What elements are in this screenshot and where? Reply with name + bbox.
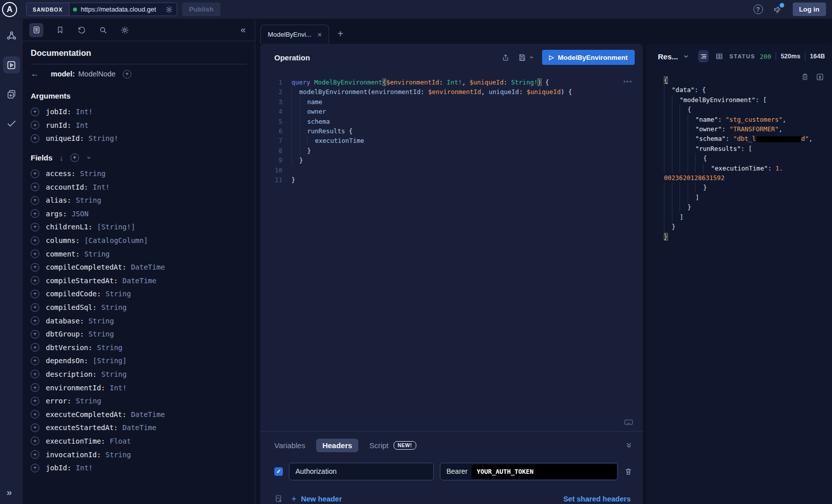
endpoint-url-input[interactable]: https://metadata.cloud.get: [69, 3, 177, 16]
argument-row[interactable]: +runId:Int: [31, 119, 247, 132]
add-to-query-icon[interactable]: +: [31, 450, 39, 459]
editor-menu-icon[interactable]: •••: [623, 78, 633, 85]
bookmarks-icon[interactable]: [56, 26, 64, 34]
add-to-query-icon[interactable]: +: [31, 437, 39, 445]
add-to-query-icon[interactable]: +: [31, 249, 39, 258]
add-all-fields-icon[interactable]: +: [70, 153, 79, 162]
field-row[interactable]: +executionTime:Float: [31, 435, 247, 448]
close-tab-icon[interactable]: ×: [318, 30, 322, 39]
add-to-query-icon[interactable]: +: [31, 370, 39, 378]
field-row[interactable]: +invocationId:String: [31, 448, 247, 461]
field-row[interactable]: +environmentId:Int!: [31, 381, 247, 394]
back-arrow-icon[interactable]: ←: [31, 69, 51, 79]
field-row[interactable]: +comment:String: [31, 247, 247, 261]
help-icon[interactable]: ?: [753, 5, 763, 14]
fields-options-chevron-icon[interactable]: [86, 155, 92, 160]
operations-nav-icon[interactable]: [3, 86, 20, 103]
add-to-query-icon[interactable]: +: [31, 183, 39, 191]
field-row[interactable]: +description:String: [31, 368, 247, 381]
response-dropdown-chevron-icon[interactable]: [683, 53, 689, 59]
set-shared-headers-link[interactable]: Set shared headers: [563, 495, 631, 503]
field-row[interactable]: +error:String: [31, 394, 247, 408]
breadcrumb-type[interactable]: ModelNode: [79, 70, 116, 78]
checks-nav-icon[interactable]: [3, 115, 20, 132]
add-to-query-icon[interactable]: +: [31, 276, 39, 285]
table-view-icon[interactable]: [714, 50, 724, 62]
add-to-query-icon[interactable]: +: [31, 330, 39, 339]
expand-sidebar-icon[interactable]: »: [7, 487, 12, 498]
argument-row[interactable]: +uniqueId:String!: [31, 132, 247, 145]
delete-header-icon[interactable]: [624, 467, 633, 476]
field-row[interactable]: +access:String: [31, 167, 247, 181]
add-to-query-icon[interactable]: +: [31, 343, 39, 352]
field-row[interactable]: +compileStartedAt:DateTime: [31, 274, 247, 288]
operation-tab[interactable]: ModelByEnvi... ×: [260, 25, 329, 44]
add-to-query-icon[interactable]: +: [31, 108, 39, 116]
share-operation-icon[interactable]: [501, 53, 510, 62]
add-to-query-icon[interactable]: +: [31, 236, 39, 245]
add-to-query-icon[interactable]: +: [31, 397, 39, 405]
add-to-query-icon[interactable]: +: [31, 263, 39, 272]
field-row[interactable]: +childrenL1:[String!]: [31, 220, 247, 234]
header-value-input[interactable]: Bearer YOUR_AUTH_TOKEN: [440, 463, 618, 480]
documentation-tab-icon[interactable]: [29, 23, 43, 37]
add-to-query-icon[interactable]: +: [31, 290, 39, 298]
field-row[interactable]: +executeStartedAt:DateTime: [31, 421, 247, 435]
field-row[interactable]: +args:JSON: [31, 207, 247, 221]
add-to-query-icon[interactable]: +: [31, 170, 39, 178]
save-operation-icon[interactable]: [518, 53, 526, 62]
field-row[interactable]: +database:String: [31, 314, 247, 327]
header-enabled-checkbox[interactable]: ✓: [274, 467, 283, 476]
add-to-query-icon[interactable]: +: [31, 121, 39, 129]
publish-button[interactable]: Publish: [182, 3, 221, 16]
add-model-to-query-icon[interactable]: +: [123, 70, 131, 78]
query-editor[interactable]: ••• 1query ModelByEnvironment($environme…: [260, 71, 643, 431]
add-to-query-icon[interactable]: +: [31, 357, 39, 365]
sort-fields-icon[interactable]: ↓: [59, 153, 63, 162]
argument-row[interactable]: +jobId:Int!: [31, 105, 247, 119]
history-icon[interactable]: [77, 26, 86, 35]
header-name-input[interactable]: Authorization: [289, 463, 434, 480]
auth-token-value[interactable]: YOUR_AUTH_TOKEN: [472, 464, 617, 479]
add-to-query-icon[interactable]: +: [31, 316, 39, 325]
download-response-icon[interactable]: [816, 73, 824, 81]
apollo-logo[interactable]: A: [2, 2, 17, 17]
schema-graph-nav-icon[interactable]: [3, 27, 20, 44]
edit-headers-json-icon[interactable]: [274, 494, 283, 503]
save-dropdown-chevron-icon[interactable]: [529, 55, 534, 60]
tab-variables[interactable]: Variables: [274, 441, 305, 450]
add-to-query-icon[interactable]: +: [31, 209, 39, 218]
login-button[interactable]: Log in: [793, 3, 826, 16]
announcements-icon[interactable]: [773, 5, 783, 14]
field-row[interactable]: +dbtVersion:String: [31, 341, 247, 355]
tab-headers[interactable]: Headers: [316, 439, 358, 452]
add-to-query-icon[interactable]: +: [31, 196, 39, 205]
new-tab-button[interactable]: +: [337, 28, 343, 40]
add-to-query-icon[interactable]: +: [31, 383, 39, 392]
field-row[interactable]: +columns:[CatalogColumn]: [31, 234, 247, 247]
add-to-query-icon[interactable]: +: [31, 424, 39, 432]
search-icon[interactable]: [99, 26, 108, 35]
explorer-nav-icon[interactable]: [3, 56, 20, 73]
field-row[interactable]: +alias:String: [31, 194, 247, 207]
field-row[interactable]: +compiledSql:String: [31, 301, 247, 314]
add-to-query-icon[interactable]: +: [31, 223, 39, 231]
field-row[interactable]: +dbtGroup:String: [31, 327, 247, 341]
collapse-panel-icon[interactable]: [625, 442, 633, 449]
add-to-query-icon[interactable]: +: [31, 134, 39, 143]
add-to-query-icon[interactable]: +: [31, 410, 39, 418]
field-row[interactable]: +jobId:Int!: [31, 461, 247, 475]
explorer-settings-gear-icon[interactable]: [120, 26, 129, 35]
raw-view-icon[interactable]: [698, 50, 709, 62]
copy-response-icon[interactable]: [801, 73, 809, 81]
tab-script[interactable]: Script: [369, 441, 389, 450]
add-to-query-icon[interactable]: +: [31, 303, 39, 312]
field-row[interactable]: +executeCompletedAt:DateTime: [31, 407, 247, 421]
field-row[interactable]: +dependsOn:[String]: [31, 354, 247, 368]
new-header-button[interactable]: + New header: [291, 494, 342, 504]
field-row[interactable]: +accountId:Int!: [31, 180, 247, 194]
run-operation-button[interactable]: ▷ ModelByEnvironment: [542, 50, 635, 65]
collapse-docs-icon[interactable]: «: [241, 25, 246, 35]
field-row[interactable]: +compileCompletedAt:DateTime: [31, 261, 247, 274]
endpoint-settings-gear-icon[interactable]: [165, 6, 173, 14]
